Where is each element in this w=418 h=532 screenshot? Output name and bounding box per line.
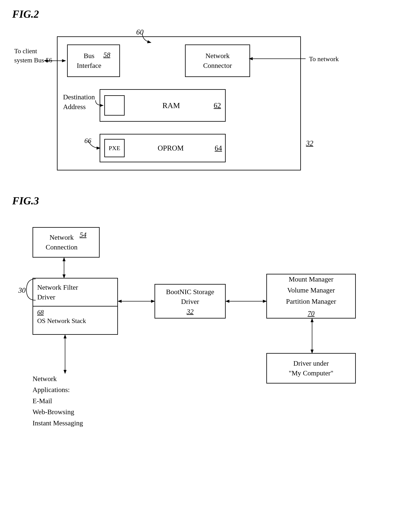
ram-outer-box: RAM 62 — [100, 89, 226, 122]
pxe-inner-box: PXE — [104, 139, 125, 157]
fig3-title: FIG.3 — [12, 195, 406, 207]
net-filter-label: Network Filter Driver — [33, 278, 117, 307]
arrow-60-svg — [134, 32, 159, 43]
oprom-ref: 64 — [215, 144, 222, 152]
oprom-label: OPROM — [127, 144, 215, 152]
os-network-stack-label: OS Network Stack — [37, 317, 113, 325]
arrow-bootnic-mount-svg — [225, 297, 268, 305]
ref-32-label: 32 — [306, 139, 313, 147]
net-filter-box: Network Filter Driver 68 OS Network Stac… — [33, 278, 118, 335]
fig3-diagram: 30 Network Connection 54 Network Filter … — [12, 211, 398, 434]
arrow-to-network-svg — [249, 56, 310, 64]
fig2-title: FIG.2 — [12, 8, 406, 20]
bus-interface-label: Bus Interface — [77, 51, 102, 70]
fig2-diagram: 60 To clientsystem Bus 56 Bus Interface … — [12, 24, 378, 178]
mount-label: Mount Manager Volume Manager Partition M… — [286, 274, 336, 307]
driver-mycomputer-box: Driver under "My Computer" — [266, 353, 356, 384]
arrow-client-bus-svg — [44, 58, 68, 66]
ram-label: RAM — [129, 101, 214, 110]
arrow-filter-apps-svg — [61, 334, 69, 375]
arrow-30-svg — [24, 278, 39, 302]
ram-inner-box — [104, 95, 125, 116]
net-connection-box: Network Connection 54 — [33, 227, 100, 258]
net-connector-box: Network Connector — [185, 44, 250, 77]
mount-manager-box: Mount Manager Volume Manager Partition M… — [266, 274, 356, 319]
bootnic-label: BootNIC Storage Driver — [166, 287, 214, 306]
arrow-conn-filter-svg — [61, 257, 69, 279]
net-filter-bottom: 68 OS Network Stack — [33, 307, 117, 327]
driver-label: Driver under "My Computer" — [289, 358, 333, 378]
dest-addr-arrow-svg — [94, 99, 105, 108]
mount-ref: 70 — [308, 308, 314, 319]
bootnic-box: BootNIC Storage Driver 32 — [154, 284, 226, 319]
ram-ref: 62 — [214, 101, 221, 110]
net-apps-label: Network Applications: E-Mail Web-Browsin… — [33, 373, 83, 429]
net-conn-ref: 54 — [80, 231, 86, 239]
arrow-66-svg — [87, 140, 104, 149]
pxe-label: PXE — [109, 145, 120, 152]
to-network-label: To network — [309, 55, 339, 63]
bus-ref-label: 58 — [103, 51, 110, 59]
bootnic-ref: 32 — [187, 308, 194, 315]
bus-interface-box: Bus Interface 58 — [67, 44, 120, 77]
oprom-outer-box: PXE OPROM 64 — [100, 134, 226, 162]
arrow-filter-bootnic-svg — [117, 297, 156, 305]
net-connector-label: Network Connector — [203, 51, 232, 70]
destination-address-label: Destination Address — [63, 92, 95, 111]
net-connection-label: Network Connection — [46, 233, 78, 252]
net-filter-ref: 68 — [37, 309, 113, 316]
arrow-mount-driver-svg — [308, 318, 316, 355]
